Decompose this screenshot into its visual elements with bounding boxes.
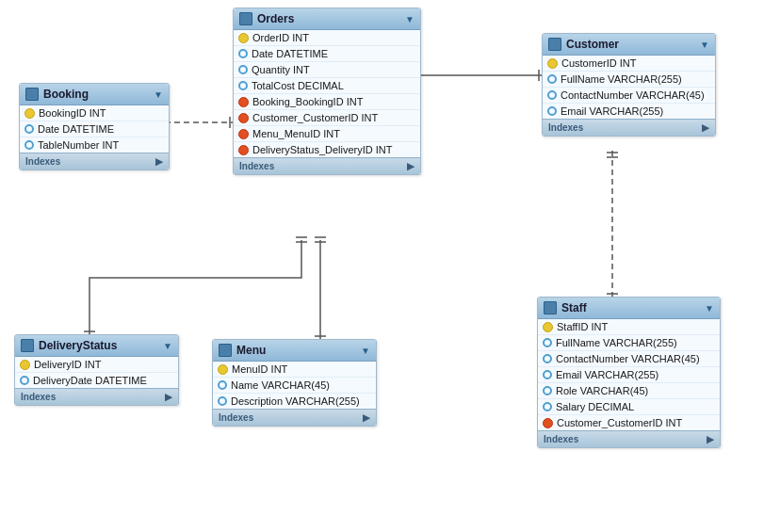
table-row: DeliveryID INT [15,357,178,373]
diamond-icon [238,49,248,58]
field-name: DeliveryID INT [34,359,102,370]
table-orders[interactable]: Orders ▼ OrderID INT Date DATETIME Quant… [233,8,421,175]
table-row: TotalCost DECIMAL [234,78,420,94]
diamond-icon [543,386,552,395]
header-arrow: ▼ [405,14,415,24]
diamond-icon [543,370,552,379]
footer-arrow: ▶ [702,122,709,133]
table-menu-header: Menu ▼ [213,340,376,362]
diamond-icon [547,106,557,116]
table-row: CustomerID INT [543,56,715,72]
table-title: Booking [43,88,149,101]
table-body: StaffID INT FullName VARCHAR(255) Contac… [538,319,720,430]
table-row: Quantity INT [234,62,420,78]
key-icon [24,108,35,119]
footer-arrow: ▶ [155,156,163,167]
table-deliverystatus-header: DeliveryStatus ▼ [15,335,178,357]
diamond-icon [218,396,227,406]
footer-label: Indexes [544,434,578,444]
field-name: BookingID INT [39,107,106,119]
table-row: Date DATETIME [20,121,169,137]
field-name: StaffID INT [557,321,608,332]
table-footer: Indexes ▶ [234,157,420,174]
diamond-icon [218,380,227,390]
field-name: FullName VARCHAR(255) [556,337,677,348]
table-row: ContactNumber VARCHAR(45) [538,351,720,367]
header-arrow: ▼ [361,346,370,356]
footer-label: Indexes [219,412,253,423]
table-customer-header: Customer ▼ [543,34,715,56]
footer-arrow: ▶ [165,392,172,402]
key-icon [218,364,228,375]
table-row: OrderID INT [234,30,420,46]
header-arrow: ▼ [700,40,709,50]
table-row: DeliveryStatus_DeliveryID INT [234,142,420,157]
field-name: Customer_CustomerID INT [252,112,378,123]
field-name: Customer_CustomerID INT [557,417,682,428]
diamond-icon [547,74,557,84]
diamond-icon [547,90,557,100]
table-footer: Indexes ▶ [213,409,376,426]
field-name: ContactNumber VARCHAR(45) [561,89,705,101]
field-name: Date DATETIME [38,123,114,135]
table-row: DeliveryDate DATETIME [15,373,178,388]
table-footer: Indexes ▶ [15,388,178,405]
table-body: BookingID INT Date DATETIME TableNumber … [20,105,169,153]
diamond-icon [24,140,34,150]
field-name: Name VARCHAR(45) [231,379,330,391]
table-booking-header: Booking ▼ [20,84,169,105]
diamond-icon [543,402,552,411]
table-staff[interactable]: Staff ▼ StaffID INT FullName VARCHAR(255… [537,297,721,448]
table-title: Orders [257,12,400,25]
field-name: OrderID INT [252,32,309,43]
table-body: MenuID INT Name VARCHAR(45) Description … [213,362,376,409]
table-row: StaffID INT [538,319,720,335]
table-row: FullName VARCHAR(255) [538,335,720,351]
table-row: Description VARCHAR(255) [213,394,376,409]
field-name: Quantity INT [252,64,310,75]
field-name: Role VARCHAR(45) [556,385,648,396]
table-row: Email VARCHAR(255) [538,367,720,383]
table-deliverystatus[interactable]: DeliveryStatus ▼ DeliveryID INT Delivery… [14,334,179,406]
header-arrow: ▼ [705,303,714,314]
field-name: ContactNumber VARCHAR(45) [556,353,700,364]
table-row: ContactNumber VARCHAR(45) [543,88,715,104]
key-icon [543,322,553,332]
footer-arrow: ▶ [707,434,714,444]
table-row: Role VARCHAR(45) [538,383,720,399]
table-body: CustomerID INT FullName VARCHAR(255) Con… [543,56,715,119]
table-row: Name VARCHAR(45) [213,378,376,394]
field-name: DeliveryDate DATETIME [33,375,147,386]
table-icon [25,88,39,101]
table-icon [544,301,557,314]
diamond-icon [20,376,29,385]
field-name: Email VARCHAR(255) [556,369,658,380]
footer-label: Indexes [25,156,60,167]
field-name: MenuID INT [232,363,287,375]
fk-icon [238,97,249,107]
table-row: Customer_CustomerID INT [538,415,720,430]
footer-arrow: ▶ [407,161,415,171]
table-booking[interactable]: Booking ▼ BookingID INT Date DATETIME Ta… [19,83,170,170]
table-body: OrderID INT Date DATETIME Quantity INT T… [234,30,420,157]
table-row: Booking_BookingID INT [234,94,420,110]
table-row: Date DATETIME [234,46,420,62]
table-title: DeliveryStatus [39,339,158,352]
table-title: Customer [566,38,695,51]
footer-label: Indexes [239,161,274,171]
fk-icon [238,113,249,123]
diagram-canvas: Booking ▼ BookingID INT Date DATETIME Ta… [0,0,764,532]
diamond-icon [24,124,34,134]
footer-label: Indexes [548,122,583,133]
table-row: Customer_CustomerID INT [234,110,420,126]
header-arrow: ▼ [163,341,172,351]
table-icon [239,12,252,25]
diamond-icon [238,65,248,74]
table-title: Menu [236,344,356,357]
table-menu[interactable]: Menu ▼ MenuID INT Name VARCHAR(45) Descr… [212,339,377,427]
field-name: Description VARCHAR(255) [231,395,360,407]
table-customer[interactable]: Customer ▼ CustomerID INT FullName VARCH… [542,33,716,137]
diamond-icon [238,81,248,90]
field-name: TotalCost DECIMAL [252,80,344,91]
key-icon [20,360,30,370]
